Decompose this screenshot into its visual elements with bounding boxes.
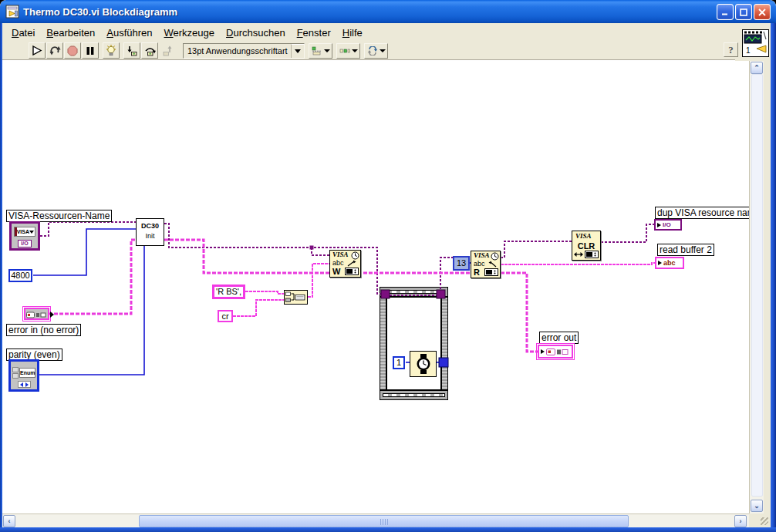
visa-brand-text: VISA — [332, 251, 349, 258]
command-string-constant[interactable]: 'R BS', — [212, 285, 245, 299]
io-indicator-text: I/O — [663, 221, 671, 228]
label-read-buffer[interactable]: read buffer 2 — [657, 244, 714, 256]
menubar: Datei Bearbeiten Ausführen Werkzeuge Dur… — [2, 24, 735, 42]
dup-visa-indicator[interactable]: I/O — [654, 219, 682, 231]
font-selector[interactable]: 13pt Anwendungsschriftart — [183, 43, 305, 59]
visa-brand-text: VISA — [474, 251, 490, 259]
step-over-button[interactable] — [141, 42, 158, 59]
chevron-down-icon: ⌄ — [754, 503, 760, 510]
scroll-left-button[interactable]: ‹ — [3, 515, 15, 527]
run-arrow-icon — [32, 45, 42, 56]
context-help-button[interactable]: ? — [724, 42, 738, 57]
menu-ausfuehren[interactable]: Ausführen — [104, 26, 154, 39]
error-out-indicator[interactable] — [538, 345, 573, 359]
thumb-grip — [380, 519, 390, 525]
concatenate-strings-node[interactable] — [284, 290, 308, 305]
vertical-scrollbar[interactable]: ⌃ ⌄ — [749, 61, 764, 513]
parity-enum-control[interactable]: Enum — [9, 360, 39, 391]
label-error-out[interactable]: error out — [539, 332, 579, 344]
menu-durchsuchen[interactable]: Durchsuchen — [224, 26, 288, 39]
wristwatch-icon — [416, 354, 431, 374]
wait-ms-node[interactable] — [410, 351, 437, 377]
error-in-control[interactable] — [24, 308, 49, 320]
enum-spinner[interactable] — [12, 367, 19, 379]
align-objects-icon — [312, 46, 322, 56]
step-into-icon — [127, 45, 137, 56]
menu-datei[interactable]: Datei — [9, 26, 37, 39]
visa-control-text: VISA — [17, 229, 29, 234]
block-diagram-canvas[interactable]: VISA-Ressourcen-Name error in (no error)… — [2, 61, 749, 513]
distribute-objects-button[interactable] — [336, 43, 360, 59]
scroll-down-button[interactable]: ⌄ — [751, 500, 763, 512]
window-border-bottom — [0, 527, 776, 532]
menu-hilfe[interactable]: Hilfe — [340, 26, 365, 39]
highlight-execution-button[interactable] — [103, 42, 120, 59]
tunnel-visa-out — [437, 290, 445, 298]
run-button[interactable] — [29, 42, 46, 59]
pen-icon — [347, 260, 356, 267]
run-continuous-icon — [49, 45, 61, 56]
vertical-scrollbar-thumb[interactable] — [751, 74, 763, 497]
label-visa-resource[interactable]: VISA-Ressourcen-Name — [6, 210, 112, 222]
menu-bearbeiten[interactable]: Bearbeiten — [44, 26, 97, 39]
horizontal-scrollbar[interactable]: ‹ › — [2, 513, 749, 527]
label-error-in[interactable]: error in (no error) — [6, 324, 81, 336]
visa-clear-node[interactable]: VISA CLR — [572, 231, 601, 261]
dc30-line1: DC30 — [137, 222, 164, 230]
output-terminal-icon — [50, 311, 54, 318]
label-parity[interactable]: parity (even) — [6, 348, 62, 361]
visa-resource-control[interactable]: VISA I/O — [9, 221, 40, 251]
toolbar: 13pt Anwendungsschriftart — [2, 42, 735, 60]
labview-vi-icon — [5, 5, 19, 19]
display-icon — [345, 268, 359, 275]
reorder-button[interactable] — [364, 43, 388, 59]
chevron-right-icon: › — [740, 518, 742, 525]
error-cluster-icon — [26, 311, 47, 319]
visa-read-node[interactable]: VISA abc R — [471, 251, 501, 278]
vi-icon-preview[interactable]: 1 — [742, 29, 769, 57]
menu-fenster[interactable]: Fenster — [295, 26, 333, 39]
step-out-button[interactable] — [159, 42, 176, 59]
input-terminal-icon — [541, 349, 545, 354]
step-into-button[interactable] — [123, 42, 140, 59]
close-button[interactable] — [754, 4, 771, 20]
dc30-init-subvi[interactable]: DC30 Init — [136, 218, 164, 246]
horizontal-scrollbar-thumb[interactable] — [139, 515, 629, 527]
window-border-right — [771, 23, 776, 529]
error-cluster-icon — [546, 348, 569, 356]
abort-button[interactable] — [64, 42, 81, 59]
vi-icon-number: 1 — [746, 46, 751, 55]
menu-werkzeuge[interactable]: Werkzeuge — [162, 26, 218, 39]
wait-ms-constant[interactable]: 1 — [393, 356, 405, 369]
visa-clr-text: CLR — [572, 241, 600, 251]
label-dup-visa[interactable]: dup VISA resource name — [655, 207, 749, 219]
baud-rate-constant[interactable]: 4800 — [8, 269, 32, 282]
visa-write-node[interactable]: VISA abc W — [329, 250, 361, 278]
scroll-right-button[interactable]: › — [734, 515, 747, 527]
enum-arrows[interactable] — [18, 381, 31, 388]
align-objects-button[interactable] — [309, 43, 332, 59]
labview-window: Thermo DC30.vi Blockdiagramm Datei Bearb… — [0, 0, 776, 532]
chevron-left-icon: ‹ — [8, 518, 11, 525]
chevron-up-icon: ⌃ — [754, 65, 760, 72]
resize-grip[interactable] — [761, 517, 768, 525]
visa-mid-text: abc — [332, 259, 344, 267]
read-buffer-indicator[interactable]: abc — [655, 257, 684, 269]
byte-count-constant[interactable]: 13 — [453, 256, 470, 271]
cr-constant[interactable]: cr — [218, 310, 233, 322]
maximize-button[interactable] — [735, 4, 752, 20]
titlebar[interactable]: Thermo DC30.vi Blockdiagramm — [0, 0, 776, 23]
minimize-button[interactable] — [717, 4, 734, 20]
visa-letter-text: W — [332, 267, 340, 276]
pause-button[interactable] — [82, 42, 99, 59]
pause-icon — [86, 46, 95, 56]
chevron-down-icon — [324, 49, 330, 52]
font-selector-dropdown[interactable] — [291, 44, 304, 58]
run-continuous-button[interactable] — [46, 42, 63, 59]
tunnel-wait-out — [439, 358, 448, 367]
chevron-down-icon — [295, 49, 301, 53]
timeout-clock-icon — [351, 251, 359, 260]
abort-icon — [67, 45, 78, 56]
scroll-up-button[interactable]: ⌃ — [751, 62, 763, 74]
display-icon — [585, 251, 599, 258]
